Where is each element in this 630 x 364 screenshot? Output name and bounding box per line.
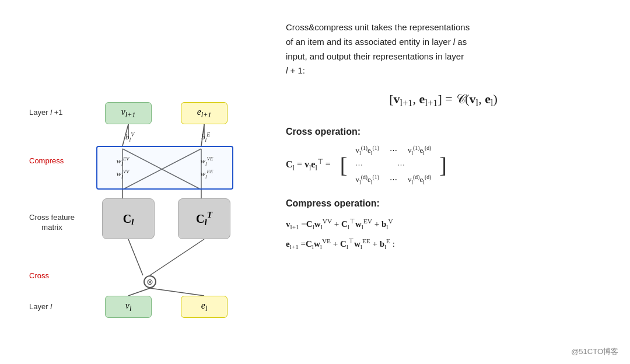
w-ve-label: wlVE (200, 156, 213, 167)
compress-e-formula: el+1 =ClwlVE + Cl⊤wlEE + blE : (286, 235, 601, 254)
w-vv-label: wlVV (116, 169, 129, 180)
right-panel: Cross&compress unit takes the representa… (262, 12, 612, 352)
bias-bv-label: blV (125, 131, 134, 143)
compress-weights-right: wlVE wlEE (200, 156, 213, 180)
compress-box: wlEV wlVV wlVE wlEE (96, 146, 233, 190)
description-text: Cross&compress unit takes the representa… (286, 20, 601, 78)
cross-symbol: ⊗ (144, 275, 156, 288)
svg-line-3 (150, 239, 204, 275)
watermark: @51CTO博客 (571, 346, 618, 357)
main-formula: [vl+1, el+1] = 𝒞(vl, el) (286, 89, 601, 111)
cross-formula: Cl = vlel⊤ = [ vl(1)el(1) ⋯ vl(1)el(d) ⋯… (286, 142, 601, 188)
e-l-node: el (181, 296, 228, 318)
svg-line-1 (150, 288, 204, 296)
compress-label: Compress (29, 156, 64, 165)
svg-line-2 (128, 239, 143, 275)
layer-l-label: Layer l (29, 302, 52, 311)
w-ev-label: wlEV (116, 156, 129, 167)
bias-be-label: blE (201, 131, 210, 143)
cross-operation-title: Cross operation: (286, 124, 601, 139)
v-l1-node: vl+1 (105, 102, 152, 124)
cross-feature-label: Cross featurematrix (29, 213, 75, 233)
cross-label: Cross (29, 271, 49, 280)
compress-v-formula: vl+1 =ClwlVV + Cl⊤wlEV + blV (286, 215, 601, 234)
left-panel: Layer l +1 vl+1 el+1 blV blE Compress (18, 12, 262, 352)
cross-formula-block: Cl = vlel⊤ = [ vl(1)el(1) ⋯ vl(1)el(d) ⋯… (286, 142, 601, 188)
compress-weights-left: wlEV wlVV (116, 156, 129, 180)
w-ee-label: wlEE (200, 169, 213, 180)
main-container: Layer l +1 vl+1 el+1 blV blE Compress (0, 0, 630, 364)
layer-l1-label: Layer l +1 (29, 108, 62, 117)
cl-t-node: ClT (178, 198, 230, 239)
svg-line-0 (128, 288, 150, 296)
compress-operation-title: Compress operation: (286, 196, 601, 211)
e-l1-node: el+1 (181, 102, 228, 124)
cl-node: Cl (102, 198, 155, 239)
v-l-node: vl (105, 296, 152, 318)
compress-formula-block: vl+1 =ClwlVV + Cl⊤wlEV + blV el+1 =ClwlV… (286, 215, 601, 254)
diagram-area: Layer l +1 vl+1 el+1 blV blE Compress (29, 18, 251, 344)
